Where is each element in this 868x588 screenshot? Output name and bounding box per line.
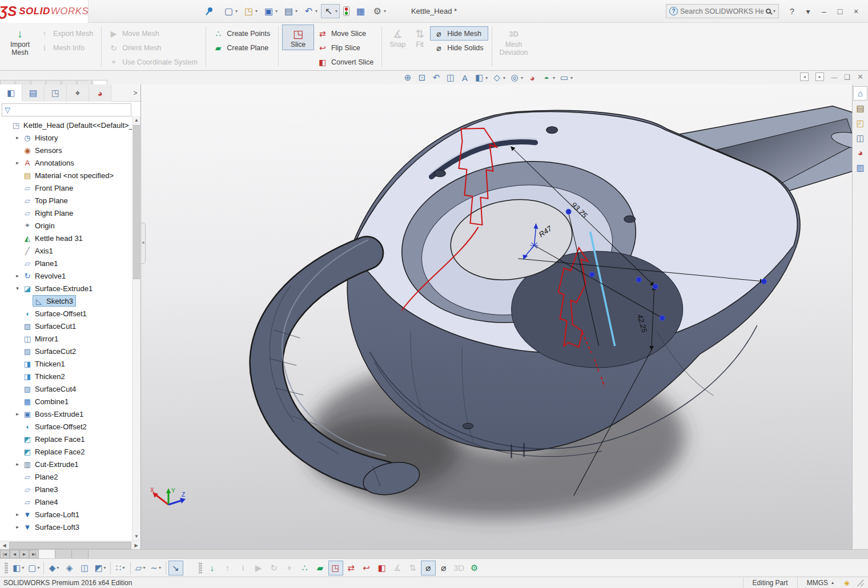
hide-solids-button[interactable]: ⌀: [436, 561, 451, 575]
mesh-deviation-button[interactable]: 3D Mesh Deviation: [496, 25, 532, 58]
item-visibility-button[interactable]: ∷: [113, 561, 128, 575]
tree-item-plane3[interactable]: ▱Plane3: [0, 483, 132, 496]
search-dropdown-icon[interactable]: ▾: [773, 9, 775, 14]
convert-slice-button[interactable]: ◧Convert Slice: [314, 55, 378, 69]
expand-arrow-icon[interactable]: ▸: [14, 135, 21, 140]
shaded-with-edges-button[interactable]: ◆: [46, 561, 61, 575]
tag-icon[interactable]: ◈: [844, 578, 850, 587]
section-view-button[interactable]: ◫: [77, 561, 92, 575]
import-mesh-button[interactable]: ↓ Import Mesh: [4, 25, 36, 58]
file-explorer-tab[interactable]: ◰: [853, 116, 867, 130]
snap-button[interactable]: ∡: [390, 561, 405, 575]
snap-button[interactable]: ∡ Snap: [385, 25, 409, 50]
select-tool-button[interactable]: ↘: [168, 561, 183, 575]
appearances-tab[interactable]: ◕: [853, 146, 867, 160]
open-button[interactable]: ◳: [241, 4, 260, 18]
expand-arrow-icon[interactable]: ▸: [14, 524, 21, 530]
hide-show-items-button[interactable]: ◎: [508, 72, 524, 83]
tree-item-thicken2[interactable]: ◨Thicken2: [0, 370, 132, 382]
graphics-area[interactable]: 93.75 R47 42.25 X Y Z: [141, 84, 852, 549]
menu-item[interactable]: [173, 9, 188, 14]
units-selector[interactable]: MMGS ▴: [797, 577, 843, 588]
rebuild-button[interactable]: [341, 5, 352, 18]
featuremanager-tab[interactable]: ◧: [0, 84, 22, 102]
menu-item[interactable]: [99, 9, 114, 14]
apply-scene-button[interactable]: ◓: [540, 73, 556, 83]
tree-item-surface-loft1[interactable]: ▸ ▼Surface-Loft1: [0, 508, 132, 521]
model-tab[interactable]: [39, 550, 55, 558]
scroll-down-icon[interactable]: ▼: [132, 532, 140, 541]
expand-arrow-icon[interactable]: ▸: [14, 411, 21, 417]
tree-item-front-plane[interactable]: ▱Front Plane: [0, 182, 132, 194]
tab-xtract3d[interactable]: [93, 80, 107, 84]
expand-manager-tabs-button[interactable]: >: [130, 84, 140, 101]
tab-features[interactable]: [0, 80, 15, 84]
tree-item-sensors[interactable]: ◉Sensors: [0, 144, 132, 156]
scroll-left-icon[interactable]: ◀: [0, 543, 9, 548]
print-button[interactable]: ▤: [281, 4, 300, 18]
tree-item-plane4[interactable]: ▱Plane4: [0, 496, 132, 508]
scroll-right-icon[interactable]: ▶: [132, 543, 140, 548]
orient-mesh-button[interactable]: ↻Orient Mesh: [105, 41, 202, 55]
tree-item-combine1[interactable]: ▦Combine1: [0, 395, 132, 408]
move-mesh-button[interactable]: ▶Move Mesh: [105, 26, 202, 41]
doc-close-button[interactable]: ✕: [857, 73, 863, 81]
doc-minimize-button[interactable]: —: [831, 74, 837, 80]
dimxpertmanager-tab[interactable]: ⌖: [67, 84, 89, 102]
zoom-to-area-button[interactable]: ⊡: [416, 72, 428, 83]
toolbar-drag-handle[interactable]: [5, 562, 8, 574]
tree-item-revolve1[interactable]: ▸ ↻Revolve1: [0, 269, 132, 282]
help-dropdown[interactable]: ▾: [801, 6, 815, 17]
help-button[interactable]: ?: [785, 6, 799, 17]
tree-item-surface-extrude1[interactable]: ▾ ◪Surface-Extrude1: [0, 282, 132, 295]
motion-study-tab[interactable]: [72, 550, 89, 558]
custom-properties-tab[interactable]: ▥: [853, 160, 867, 175]
resize-grip[interactable]: [857, 579, 863, 586]
view-settings-button[interactable]: ▭: [558, 72, 574, 83]
kettle-head-model[interactable]: 93.75 R47 42.25: [141, 84, 852, 549]
tab-sketch[interactable]: [15, 80, 30, 84]
tree-item-plane1[interactable]: ▱Plane1: [0, 257, 132, 269]
tree-horizontal-scrollbar[interactable]: ◀ ▶: [0, 541, 140, 549]
tree-item-root[interactable]: ◳Kettle_Head (Default<<Default>_Displ: [0, 119, 132, 131]
curve-button[interactable]: ∼: [148, 561, 163, 575]
hide-mesh-button[interactable]: ⌀Hide Mesh: [430, 26, 488, 41]
tree-item-sketch3[interactable]: ◺Sketch3: [0, 295, 132, 307]
use-coordinate-system-button[interactable]: ⌖: [282, 561, 297, 575]
view-selector-button[interactable]: ◩: [93, 561, 107, 575]
reference-plane-button[interactable]: ▱: [133, 561, 148, 575]
move-slice-button[interactable]: ⇄: [344, 561, 359, 575]
maximize-button[interactable]: □: [833, 6, 847, 17]
scrollbar-thumb[interactable]: [133, 125, 140, 279]
pin-toolbar-icon[interactable]: [205, 7, 213, 16]
expand-arrow-icon[interactable]: ▾: [14, 285, 21, 291]
new-document-button[interactable]: ▢: [221, 4, 240, 18]
panel-splitter-handle[interactable]: [141, 223, 146, 264]
close-button[interactable]: ×: [849, 6, 863, 17]
tab-evaluate[interactable]: [31, 80, 46, 84]
scroll-up-icon[interactable]: ▲: [132, 116, 140, 124]
minimize-button[interactable]: –: [817, 6, 831, 17]
tree-item-kettle-head-31[interactable]: ◭Kettle head 31: [0, 232, 132, 244]
first-tab-button[interactable]: |◀: [0, 550, 10, 558]
display-style-button[interactable]: ◇: [491, 72, 507, 83]
expand-arrow-icon[interactable]: ▸: [14, 512, 21, 517]
help-search-box[interactable]: ? ▾: [666, 4, 779, 18]
export-mesh-button[interactable]: ↑Export Mesh: [36, 26, 98, 41]
undo-button[interactable]: ↶: [301, 4, 320, 18]
create-points-button[interactable]: ∴Create Points: [210, 26, 275, 41]
tree-item-boss-extrude1[interactable]: ▸ ▣Boss-Extrude1: [0, 408, 132, 420]
view-orientation-button[interactable]: ◧: [11, 561, 26, 575]
menu-item[interactable]: [188, 9, 203, 14]
move-mesh-button[interactable]: ▶: [251, 561, 266, 575]
use-coordinate-system-button[interactable]: ⌖Use Coordinate System: [105, 55, 202, 69]
slice-button[interactable]: ◳ Slice: [282, 25, 314, 50]
section-view-button[interactable]: ◫: [444, 72, 457, 83]
hide-solids-button[interactable]: ⌀Hide Solids: [430, 41, 488, 55]
tree-item-thicken1[interactable]: ◨Thicken1: [0, 357, 132, 370]
toolbar-drag-handle[interactable]: [199, 562, 202, 574]
tree-item-replace-face2[interactable]: ◩Replace Face2: [0, 445, 132, 458]
annotation-views-button[interactable]: A: [459, 73, 471, 83]
options-list-button[interactable]: ▦: [353, 4, 368, 18]
flip-slice-button[interactable]: ↩Flip Slice: [314, 41, 378, 55]
